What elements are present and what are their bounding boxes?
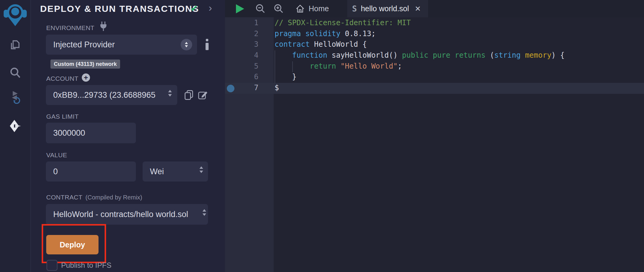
code-line: } xyxy=(275,72,565,83)
zoom-out-icon[interactable] xyxy=(255,3,266,14)
line-number: 4 xyxy=(225,50,274,61)
run-script-play-icon[interactable] xyxy=(236,4,244,13)
value-input[interactable] xyxy=(46,162,136,182)
solidity-compiler-icon[interactable] xyxy=(8,90,22,104)
code-line: // SPDX-License-Identifier: MIT xyxy=(275,18,565,29)
code-line: return "Hello World"; xyxy=(275,61,565,72)
line-number: 2 xyxy=(225,29,274,39)
publish-ipfs-label: Publish to IPFS xyxy=(61,261,111,270)
deploy-run-icon[interactable] xyxy=(8,119,22,133)
home-icon xyxy=(296,4,305,13)
line-number: 3 xyxy=(225,39,274,50)
contract-label: CONTRACT(Compiled by Remix) xyxy=(46,194,142,201)
value-unit-select[interactable]: Wei xyxy=(143,162,208,182)
tab-hello-world-sol[interactable]: S hello world.sol ✕ xyxy=(347,0,428,17)
tab-home-label: Home xyxy=(309,4,329,13)
code-line: pragma solidity 0.8.13; xyxy=(275,29,565,39)
gas-limit-input[interactable] xyxy=(46,123,136,143)
code-editor: Home S hello world.sol ✕ 1 2 3 4 5 6 7 /… xyxy=(225,0,644,272)
contract-select[interactable]: HelloWorld - contracts/hello world.sol xyxy=(46,204,208,225)
panel-title: DEPLOY & RUN TRANSACTIONS xyxy=(40,4,199,14)
contract-sublabel: (Compiled by Remix) xyxy=(85,194,142,201)
copy-account-icon[interactable] xyxy=(184,90,194,100)
code-line: $ xyxy=(275,83,565,93)
line-number-active: 7 xyxy=(225,83,274,93)
value-unit-value: Wei xyxy=(143,167,164,176)
zoom-in-icon[interactable] xyxy=(273,3,284,14)
line-number: 6 xyxy=(225,72,274,83)
tab-home[interactable]: Home xyxy=(296,0,329,17)
select-arrows-icon xyxy=(181,39,192,50)
account-label: ACCOUNT xyxy=(46,75,78,82)
tab-file-label: hello world.sol xyxy=(361,4,409,13)
line-numbers: 1 2 3 4 5 6 7 xyxy=(225,18,274,93)
line-number: 5 xyxy=(225,61,274,72)
add-account-icon[interactable]: + xyxy=(82,73,90,82)
deploy-run-panel: DEPLOY & RUN TRANSACTIONS ✔ › ENVIRONMEN… xyxy=(31,0,226,272)
select-arrows-icon xyxy=(168,90,172,97)
remix-ide-window: DEPLOY & RUN TRANSACTIONS ✔ › ENVIRONMEN… xyxy=(0,0,644,272)
close-tab-icon[interactable]: ✕ xyxy=(415,5,421,13)
plug-icon xyxy=(99,21,108,32)
search-icon[interactable] xyxy=(8,66,22,80)
network-badge: Custom (43113) network xyxy=(50,59,120,69)
edit-account-icon[interactable] xyxy=(198,90,208,100)
environment-select[interactable]: Injected Provider xyxy=(46,35,197,55)
select-arrows-icon xyxy=(203,209,206,216)
file-explorer-icon[interactable] xyxy=(8,39,22,53)
info-icon[interactable] xyxy=(205,39,209,51)
activity-bar xyxy=(0,0,31,272)
account-select-value: 0xBB9...29733 (23.6688965 xyxy=(46,90,160,100)
chevron-right-icon[interactable]: › xyxy=(209,2,212,14)
code-line: function sayHelloWorld() public pure ret… xyxy=(275,50,565,61)
contract-select-value: HelloWorld - contracts/hello world.sol xyxy=(46,210,202,219)
gas-limit-label: GAS LIMIT xyxy=(46,113,79,120)
value-label: VALUE xyxy=(46,151,67,159)
line-number: 1 xyxy=(225,18,274,29)
publish-ipfs-checkbox[interactable] xyxy=(47,260,57,271)
environment-select-value: Injected Provider xyxy=(46,40,115,49)
editor-tab-bar: Home S hello world.sol ✕ xyxy=(225,0,644,17)
compile-success-check-icon: ✔ xyxy=(190,3,198,14)
code-content[interactable]: // SPDX-License-Identifier: MIT pragma s… xyxy=(275,18,565,93)
account-select[interactable]: 0xBB9...29733 (23.6688965 xyxy=(46,85,177,105)
select-arrows-icon xyxy=(199,166,203,173)
code-line: contract HelloWorld { xyxy=(275,39,565,50)
solidity-file-icon: S xyxy=(352,4,357,13)
remix-logo xyxy=(2,1,28,27)
deploy-button[interactable]: Deploy xyxy=(46,235,99,254)
environment-label: ENVIRONMENT xyxy=(46,24,94,32)
